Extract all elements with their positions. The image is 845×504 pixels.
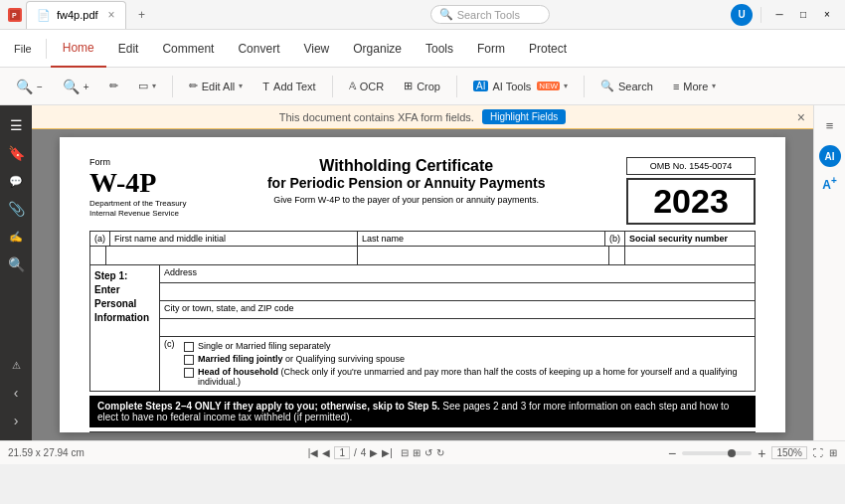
step1-header: (a) First name and middle initial Last n… xyxy=(89,231,756,247)
tab-close[interactable]: × xyxy=(108,8,115,22)
form-year: 2023 xyxy=(626,178,756,225)
sidebar-annotation-icon[interactable]: 💬 xyxy=(4,169,28,193)
edit-icon: ✏ xyxy=(189,80,198,92)
sidebar-panel-icon[interactable]: ☰ xyxy=(4,113,28,137)
highlight-tool[interactable]: ✏ xyxy=(101,76,126,96)
sidebar-search-icon[interactable]: 🔍 xyxy=(4,252,28,276)
checkbox-single-label: Single or Married filing separately xyxy=(198,341,331,351)
search-button[interactable]: 🔍 Search xyxy=(592,76,661,96)
tab-protect[interactable]: Protect xyxy=(517,30,579,68)
zoom-slider[interactable] xyxy=(682,451,752,455)
sidebar-bookmark-icon[interactable]: 🔖 xyxy=(4,141,28,165)
xfa-close-button[interactable]: × xyxy=(797,109,805,125)
profile-button[interactable]: U xyxy=(731,4,753,26)
tab-organize[interactable]: Organize xyxy=(341,30,414,68)
city-field[interactable] xyxy=(160,319,755,337)
minimize-button[interactable]: ─ xyxy=(769,5,789,25)
rotate-button[interactable]: ↺ xyxy=(424,447,432,458)
pdf-content: Form W-4P Department of the Treasury Int… xyxy=(60,137,785,432)
toolbar2: 🔍 − 🔍 + ✏ ▭ ▾ ✏ Edit All ▾ T Add Text 𝔸 … xyxy=(0,68,845,105)
fullscreen-button[interactable]: ⛶ xyxy=(813,447,823,458)
zoom-in-btn[interactable]: + xyxy=(758,445,765,461)
sidebar-signature-icon[interactable]: ✍ xyxy=(4,225,28,249)
file-menu[interactable]: File xyxy=(8,39,38,59)
sidebar-nav-next[interactable]: › xyxy=(4,409,28,432)
fit-page-button[interactable]: ⊟ xyxy=(401,447,409,458)
col-c-label: (c) xyxy=(164,339,184,389)
search-icon: 🔍 xyxy=(439,8,453,21)
tab-comment[interactable]: Comment xyxy=(150,30,226,68)
rotate2-button[interactable]: ↻ xyxy=(436,447,444,458)
ai-plus-icon[interactable]: A+ xyxy=(822,175,837,192)
prev-page-button[interactable]: ◀ xyxy=(322,447,330,458)
form-header: Form W-4P Department of the Treasury Int… xyxy=(89,157,756,225)
tab-form[interactable]: Form xyxy=(465,30,517,68)
first-name-label: First name and middle initial xyxy=(110,232,358,246)
next-page-button[interactable]: ▶ xyxy=(370,447,378,458)
add-text-button[interactable]: T Add Text xyxy=(254,77,323,96)
zoom-out-icon: 🔍 xyxy=(16,79,33,94)
ai-tools-button[interactable]: AI AI Tools NEW ▾ xyxy=(465,77,576,96)
status-bar: 21.59 x 27.94 cm |◀ ◀ 1 / 4 ▶ ▶| ⊟ ⊞ ↺ ↻… xyxy=(0,440,845,464)
title-bar: P 📄 fw4p.pdf × + 🔍 Search Tools U ─ □ × xyxy=(0,0,845,30)
tab-edit[interactable]: Edit xyxy=(106,30,151,68)
address-field[interactable] xyxy=(160,283,755,301)
tab-convert[interactable]: Convert xyxy=(226,30,291,68)
file-tab[interactable]: 📄 fw4p.pdf × xyxy=(26,1,126,29)
svg-text:P: P xyxy=(12,12,17,19)
fit-width-button[interactable]: ⊞ xyxy=(413,447,421,458)
ai-panel-icon[interactable]: AI xyxy=(819,145,841,167)
last-page-button[interactable]: ▶| xyxy=(382,447,393,458)
tab-home[interactable]: Home xyxy=(51,30,106,68)
new-tab-button[interactable]: + xyxy=(130,3,154,27)
sidebar-alert-icon[interactable]: ⚠ xyxy=(4,353,28,377)
total-pages: 4 xyxy=(361,447,367,458)
sidebar-attachment-icon[interactable]: 📎 xyxy=(4,197,28,221)
tab-view[interactable]: View xyxy=(291,30,341,68)
search-icon: 🔍 xyxy=(600,80,614,92)
left-sidebar: ☰ 🔖 💬 📎 ✍ 🔍 ⚠ ‹ › xyxy=(0,105,32,440)
zoom-in-button[interactable]: 🔍 + xyxy=(55,75,97,98)
window-title: 🔍 Search Tools xyxy=(249,5,731,24)
close-button[interactable]: × xyxy=(817,5,837,25)
ssn-field[interactable] xyxy=(625,247,755,264)
first-name-field[interactable] xyxy=(106,247,358,264)
checkbox-hoh-label: Head of household (Check only if you're … xyxy=(198,367,751,387)
text-icon: T xyxy=(262,81,269,92)
checkbox-hoh-input[interactable] xyxy=(184,368,194,378)
search-box[interactable]: 🔍 Search Tools xyxy=(430,5,550,24)
ssn-label: Social security number xyxy=(625,232,755,246)
main-area: ☰ 🔖 💬 📎 ✍ 🔍 ⚠ ‹ › This document contains… xyxy=(0,105,845,440)
checkbox-single-input[interactable] xyxy=(184,342,194,352)
edit-all-button[interactable]: ✏ Edit All ▾ xyxy=(181,76,252,96)
last-name-field[interactable] xyxy=(358,247,609,264)
xfa-message: This document contains XFA form fields. xyxy=(279,111,474,123)
omb-number: OMB No. 1545-0074 xyxy=(626,157,756,175)
step2-block: Step 2: Income From a Job and/or Multipl… xyxy=(89,431,756,432)
checkbox-hoh: Head of household (Check only if you're … xyxy=(184,367,751,387)
checkbox-married-input[interactable] xyxy=(184,355,194,365)
title-bar-left: P 📄 fw4p.pdf × + xyxy=(8,1,249,29)
ocr-button[interactable]: 𝔸 OCR xyxy=(341,77,392,96)
rectangle-tool[interactable]: ▭ ▾ xyxy=(130,76,164,96)
form-give: Give Form W-4P to the payer of your pens… xyxy=(186,195,626,205)
form-name: W-4P xyxy=(89,167,186,199)
tab-tools[interactable]: Tools xyxy=(414,30,465,68)
zoom-level[interactable]: 150% xyxy=(771,446,807,459)
more-button[interactable]: ≡ More ▾ xyxy=(665,77,724,96)
dept-name: Department of the Treasury xyxy=(89,199,186,209)
sidebar-nav-prev[interactable]: ‹ xyxy=(4,381,28,405)
more-icon: ≡ xyxy=(673,81,679,92)
current-page[interactable]: 1 xyxy=(334,446,350,459)
first-page-button[interactable]: |◀ xyxy=(308,447,319,458)
page-navigation: |◀ ◀ 1 / 4 ▶ ▶| ⊟ ⊞ ↺ ↻ xyxy=(308,446,444,459)
panel-nav-icon[interactable]: ≡ xyxy=(818,113,842,137)
restore-button[interactable]: □ xyxy=(793,5,813,25)
highlight-fields-button[interactable]: Highlight Fields xyxy=(482,109,566,124)
crop-button[interactable]: ⊞ Crop xyxy=(396,76,448,96)
split-view-button[interactable]: ⊞ xyxy=(829,447,837,458)
zoom-out-btn[interactable]: − xyxy=(668,445,676,461)
zoom-out-button[interactable]: 🔍 − xyxy=(8,75,51,98)
status-right: − + 150% ⛶ ⊞ xyxy=(668,445,837,461)
form-title2: for Periodic Pension or Annuity Payments xyxy=(186,175,626,191)
